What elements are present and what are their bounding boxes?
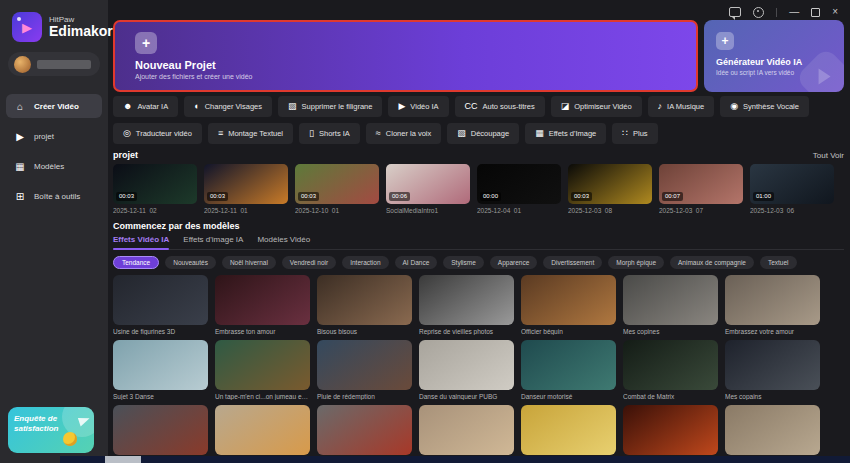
template-thumbnail[interactable]: [521, 340, 616, 390]
template-card[interactable]: Embrassez votre amour: [725, 275, 820, 335]
ai-music-button[interactable]: ♪ IA Musique: [648, 96, 715, 117]
template-thumbnail[interactable]: [113, 340, 208, 390]
category-chip[interactable]: Tendance: [113, 256, 159, 269]
project-card[interactable]: 00:03 2025-12-11_01: [204, 164, 288, 214]
category-chip[interactable]: Noël hivernal: [222, 256, 276, 269]
ai-video-button[interactable]: ▶ Vidéo IA: [388, 96, 448, 117]
close-button[interactable]: ×: [832, 7, 838, 17]
project-thumbnail[interactable]: 00:00: [477, 164, 561, 204]
satisfaction-survey-banner[interactable]: Enquête de satisfaction: [8, 407, 94, 453]
project-card[interactable]: 00:03 2025-12-03_08: [568, 164, 652, 214]
project-card[interactable]: 00:00 2025-12-04_01: [477, 164, 561, 214]
template-card[interactable]: Reprise de vieilles photos: [419, 275, 514, 335]
project-card[interactable]: 01:00 2025-12-03_06: [750, 164, 834, 214]
template-card[interactable]: Embrassez votre héros épique: [113, 405, 208, 463]
template-thumbnail[interactable]: [623, 275, 718, 325]
text-editing-button[interactable]: ≡ Montage Textuel: [208, 123, 293, 144]
category-chip[interactable]: Vendredi noir: [282, 256, 336, 269]
template-card[interactable]: Mes copains: [725, 340, 820, 400]
template-thumbnail[interactable]: [215, 275, 310, 325]
watermark-remover-button[interactable]: ▨ Supprimer le filigrane: [278, 96, 382, 117]
category-chip[interactable]: AI Dance: [395, 256, 438, 269]
template-card[interactable]: Un tape-m'en ci...on jumeau emoji: [215, 340, 310, 400]
project-thumbnail[interactable]: 00:06: [386, 164, 470, 204]
settings-gear-icon[interactable]: [753, 7, 764, 18]
category-chip[interactable]: Divertissement: [543, 256, 602, 269]
user-avatar[interactable]: [14, 56, 31, 73]
template-thumbnail[interactable]: [623, 405, 718, 455]
trim-button[interactable]: ▧ Découpage: [447, 123, 519, 144]
template-card[interactable]: Emoji Pop: [521, 405, 616, 463]
template-thumbnail[interactable]: [317, 275, 412, 325]
template-card[interactable]: Officier béguin: [521, 275, 616, 335]
template-thumbnail[interactable]: [215, 405, 310, 455]
video-enhancer-button[interactable]: ◪ Optimiseur Vidéo: [551, 96, 642, 117]
template-card[interactable]: Danseur motorisé: [521, 340, 616, 400]
template-card[interactable]: Embrasse ton amour: [215, 275, 310, 335]
template-card[interactable]: Écrasement de mèmes x3: [317, 405, 412, 463]
sidebar-item[interactable]: ⌂ Créer Vidéo: [6, 94, 102, 118]
template-thumbnail[interactable]: [521, 405, 616, 455]
template-card[interactable]: Danse du vainqueur PUBG: [419, 340, 514, 400]
template-card[interactable]: Max Muscle : G... de M. Olympia: [725, 405, 820, 463]
category-chip[interactable]: Textuel: [760, 256, 797, 269]
template-thumbnail[interactable]: [725, 275, 820, 325]
user-account[interactable]: [8, 52, 100, 76]
category-chip[interactable]: Apparence: [490, 256, 537, 269]
project-card[interactable]: 00:06 SocialMediaIntro1: [386, 164, 470, 214]
templates-tab[interactable]: Effets d'image IA: [183, 235, 243, 244]
template-thumbnail[interactable]: [419, 275, 514, 325]
face-swap-button[interactable]: ◐ Changer Visages: [184, 96, 272, 117]
template-thumbnail[interactable]: [725, 405, 820, 455]
template-thumbnail[interactable]: [725, 340, 820, 390]
templates-tab[interactable]: Effets Vidéo IA: [113, 235, 169, 244]
sidebar-item[interactable]: ▦ Modèles: [6, 154, 102, 178]
video-translator-button[interactable]: ◎ Traducteur vidéo: [113, 123, 202, 144]
template-thumbnail[interactable]: [317, 405, 412, 455]
category-chip[interactable]: Stylisme: [443, 256, 484, 269]
project-thumbnail[interactable]: 00:03: [113, 164, 197, 204]
template-card[interactable]: On fait de la pole dance: [419, 405, 514, 463]
project-card[interactable]: 00:03 2025-12-11_02: [113, 164, 197, 214]
sidebar-item[interactable]: ▶ projet: [6, 124, 102, 148]
templates-tab[interactable]: Modèles Vidéo: [257, 235, 310, 244]
voice-clone-button[interactable]: ≈ Cloner la voix: [366, 123, 441, 144]
template-card[interactable]: Usine de figurines 3D: [113, 275, 208, 335]
minimize-button[interactable]: —: [789, 7, 799, 17]
template-card[interactable]: Bisous bisous: [317, 275, 412, 335]
text-to-speech-button[interactable]: ◉ Synthèse Vocale: [720, 96, 809, 117]
more-button[interactable]: ∷ Plus: [612, 123, 657, 144]
project-thumbnail[interactable]: 01:00: [750, 164, 834, 204]
auto-subtitles-button[interactable]: CC Auto sous-titres: [455, 96, 545, 117]
ai-shorts-button[interactable]: ▯ Shorts IA: [299, 123, 360, 144]
category-chip[interactable]: Interaction: [342, 256, 388, 269]
project-thumbnail[interactable]: 00:07: [659, 164, 743, 204]
project-thumbnail[interactable]: 00:03: [295, 164, 379, 204]
avatar-ia-button[interactable]: ☻ Avatar IA: [113, 96, 178, 117]
template-thumbnail[interactable]: [419, 405, 514, 455]
maximize-button[interactable]: [811, 8, 820, 17]
see-all-link[interactable]: Tout Voir: [813, 151, 844, 160]
image-effects-button[interactable]: ▦ Effets d'Image: [525, 123, 606, 144]
sidebar-item[interactable]: ⊞ Boîte à outils: [6, 184, 102, 208]
template-card[interactable]: Le toucher du tigre: [215, 405, 310, 463]
template-card[interactable]: Mes copines: [623, 275, 718, 335]
category-chip[interactable]: Morph épique: [608, 256, 664, 269]
template-thumbnail[interactable]: [623, 340, 718, 390]
new-project-banner[interactable]: + Nouveau Projet Ajouter des fichiers et…: [113, 20, 698, 92]
project-card[interactable]: 00:07 2025-12-03_07: [659, 164, 743, 214]
template-thumbnail[interactable]: [521, 275, 616, 325]
template-thumbnail[interactable]: [419, 340, 514, 390]
template-card[interactable]: Pluie de rédemption: [317, 340, 412, 400]
project-thumbnail[interactable]: 00:03: [204, 164, 288, 204]
project-thumbnail[interactable]: 00:03: [568, 164, 652, 204]
template-thumbnail[interactable]: [317, 340, 412, 390]
template-thumbnail[interactable]: [113, 275, 208, 325]
template-card[interactable]: Combat de Matrix: [623, 340, 718, 400]
category-chip[interactable]: Animaux de compagnie: [670, 256, 754, 269]
ai-video-generator-card[interactable]: + Générateur Vidéo IA Idée ou script IA …: [704, 20, 844, 92]
template-thumbnail[interactable]: [113, 405, 208, 455]
template-card[interactable]: Sujet 3 Danse: [113, 340, 208, 400]
template-card[interactable]: Accident de voiture viral 1: [623, 405, 718, 463]
category-chip[interactable]: Nouveautés: [165, 256, 216, 269]
